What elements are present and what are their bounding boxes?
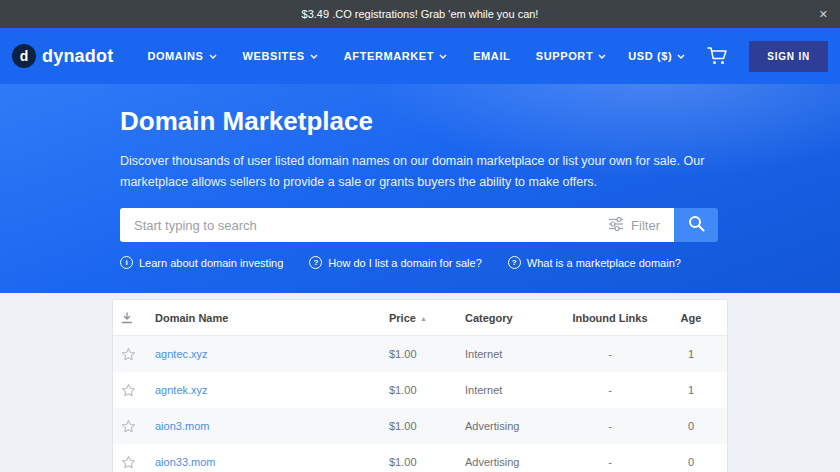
inbound-links-cell: - [557,420,663,432]
domain-link[interactable]: agntek.xyz [155,384,208,396]
filter-icon [608,217,624,234]
domain-link[interactable]: aion33.mom [155,456,216,468]
search-icon [688,215,705,235]
help-links: i Learn about domain investing ? How do … [120,256,720,269]
currency-label: USD ($) [628,50,672,62]
search-input[interactable] [120,208,594,242]
age-cell: 0 [663,420,719,432]
question-icon: ? [309,256,322,269]
nav-item-websites[interactable]: WEBSITES [243,50,318,62]
help-link-marketplace-domain[interactable]: ? What is a marketplace domain? [508,256,681,269]
table-body: agntec.xyz $1.00 Internet - 1 agntek.xyz… [113,336,727,472]
close-icon[interactable]: ✕ [819,0,828,28]
nav-item-label: DOMAINS [147,50,203,62]
nav-item-email[interactable]: EMAIL [473,50,510,62]
search-button[interactable] [674,208,718,242]
help-link-list-domain[interactable]: ? How do I list a domain for sale? [309,256,481,269]
price-cell: $1.00 [389,348,465,360]
col-header-category[interactable]: Category [465,312,557,324]
inbound-links-cell: - [557,348,663,360]
favorite-star-icon[interactable] [121,419,155,434]
domain-link[interactable]: agntec.xyz [155,348,208,360]
chevron-down-icon [598,54,606,59]
chevron-down-icon [310,54,318,59]
download-icon[interactable] [121,312,155,324]
nav-item-aftermarket[interactable]: AFTERMARKET [344,50,447,62]
inbound-links-cell: - [557,456,663,468]
chevron-down-icon [209,54,217,59]
chevron-down-icon [677,54,685,59]
help-link-label: Learn about domain investing [139,257,283,269]
favorite-star-icon[interactable] [121,347,155,362]
sort-asc-icon[interactable]: ▲ [420,315,427,322]
promo-text: $3.49 .CO registrations! Grab 'em while … [302,8,539,20]
category-cell: Internet [465,384,557,396]
table-row: aion33.mom $1.00 Advertising - 0 [113,444,727,472]
nav-right: SUPPORT USD ($) SIGN IN [536,41,828,72]
help-link-investing[interactable]: i Learn about domain investing [120,256,283,269]
top-nav: d dynadot DOMAINS WEBSITES AFTERMARKET E… [0,28,840,84]
favorite-star-icon[interactable] [121,455,155,470]
inbound-links-cell: - [557,384,663,396]
nav-item-label: EMAIL [473,50,510,62]
filter-label: Filter [631,218,660,233]
category-cell: Internet [465,348,557,360]
info-icon: i [120,256,133,269]
help-link-label: How do I list a domain for sale? [328,257,481,269]
nav-item-label: WEBSITES [243,50,305,62]
price-cell: $1.00 [389,456,465,468]
hero-section: Domain Marketplace Discover thousands of… [0,84,840,293]
col-header-age[interactable]: Age [663,312,719,324]
cart-icon[interactable] [707,47,727,65]
sign-in-button[interactable]: SIGN IN [749,41,828,72]
age-cell: 1 [663,384,719,396]
marketplace-table: Domain Name Price▲ Category Inbound Link… [112,299,728,472]
logo-icon: d [12,44,36,68]
favorite-star-icon[interactable] [121,383,155,398]
table-header: Domain Name Price▲ Category Inbound Link… [113,300,727,336]
logo[interactable]: d dynadot [12,44,113,68]
chevron-down-icon [439,54,447,59]
table-row: agntek.xyz $1.00 Internet - 1 [113,372,727,408]
nav-item-support[interactable]: SUPPORT [536,50,606,62]
help-link-label: What is a marketplace domain? [527,257,681,269]
page-description: Discover thousands of user listed domain… [120,151,720,192]
nav-menu: DOMAINS WEBSITES AFTERMARKET EMAIL [147,50,535,62]
age-cell: 0 [663,456,719,468]
nav-item-domains[interactable]: DOMAINS [147,50,216,62]
logo-text: dynadot [42,46,113,67]
question-icon: ? [508,256,521,269]
col-header-domain[interactable]: Domain Name [155,312,389,324]
promo-banner: $3.49 .CO registrations! Grab 'em while … [0,0,840,28]
category-cell: Advertising [465,456,557,468]
currency-selector[interactable]: USD ($) [628,50,685,62]
col-header-price[interactable]: Price▲ [389,312,465,324]
search-bar: Filter [120,208,718,242]
age-cell: 1 [663,348,719,360]
category-cell: Advertising [465,420,557,432]
price-cell: $1.00 [389,420,465,432]
page-title: Domain Marketplace [120,106,720,137]
col-header-inbound-links[interactable]: Inbound Links [557,312,663,324]
table-row: agntec.xyz $1.00 Internet - 1 [113,336,727,372]
nav-item-label: AFTERMARKET [344,50,434,62]
filter-button[interactable]: Filter [594,217,674,234]
table-row: aion3.mom $1.00 Advertising - 0 [113,408,727,444]
price-cell: $1.00 [389,384,465,396]
domain-link[interactable]: aion3.mom [155,420,209,432]
nav-item-label: SUPPORT [536,50,593,62]
search-input-wrap: Filter [120,208,674,242]
